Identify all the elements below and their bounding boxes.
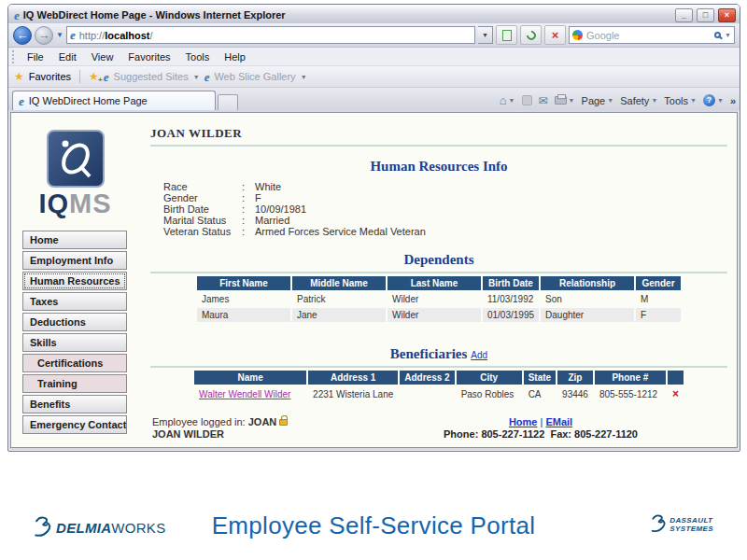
search-box[interactable]: ▼ xyxy=(569,26,735,44)
safety-menu-button[interactable]: Safety▼ xyxy=(620,95,657,106)
sidebar-item-emergency-contacts[interactable]: Emergency Contacts xyxy=(22,415,127,434)
cell: Wilder xyxy=(388,308,481,322)
beneficiary-name-link[interactable]: Walter Wendell Wilder xyxy=(199,389,290,399)
sidebar-item-home[interactable]: Home xyxy=(22,231,127,249)
cell: 01/03/1995 xyxy=(483,308,539,322)
close-button[interactable]: × xyxy=(718,8,736,22)
sidebar: IQMS Home Employment Info Human Resource… xyxy=(11,113,139,447)
search-icon[interactable] xyxy=(714,32,721,38)
beneficiaries-title: Beneficiaries xyxy=(390,346,467,361)
favorites-button[interactable]: Favorites xyxy=(29,71,71,82)
logged-in-label: Employee logged in: xyxy=(152,416,246,427)
sidebar-nav: Home Employment Info Human Resources Tax… xyxy=(22,231,127,434)
tab-iq-webdirect[interactable]: e IQ WebDirect Home Page xyxy=(12,91,216,110)
cell: M xyxy=(636,292,681,306)
title-bar: e IQ WebDirect Home Page - Windows Inter… xyxy=(8,5,740,23)
stop-button[interactable]: × xyxy=(544,25,566,45)
home-caret-icon: ▼ xyxy=(509,97,515,104)
refresh-button[interactable] xyxy=(520,25,542,45)
colon: : xyxy=(242,192,255,203)
back-button[interactable]: ← xyxy=(13,26,32,45)
menu-favorites[interactable]: Favorites xyxy=(120,49,177,64)
table-row: Walter Wendell Wilder 2231 Wisteria Lane… xyxy=(194,386,684,401)
window-title: IQ WebDirect Home Page - Windows Interne… xyxy=(23,9,671,21)
dassault-line1: DASSAULT xyxy=(669,516,712,525)
forward-button[interactable]: → xyxy=(35,26,53,45)
sidebar-item-employment-info[interactable]: Employment Info xyxy=(22,251,127,270)
col-gender: Gender xyxy=(636,276,681,290)
compatibility-view-button[interactable] xyxy=(496,25,517,45)
home-button[interactable]: ⌂▼ xyxy=(500,94,515,106)
page-menu-button[interactable]: Page▼ xyxy=(582,95,614,106)
sidebar-item-benefits[interactable]: Benefits xyxy=(22,395,127,413)
phone-label: Phone: xyxy=(444,428,478,440)
url-dropdown-button[interactable]: ▼ xyxy=(478,26,493,44)
field-gender: Gender:F xyxy=(163,192,727,203)
minimize-button[interactable]: _ xyxy=(675,8,693,22)
menu-help[interactable]: Help xyxy=(217,49,253,64)
history-dropdown-icon[interactable]: ▼ xyxy=(56,31,63,39)
favorites-star-icon[interactable]: ★ xyxy=(14,71,24,82)
url-prefix: http:// xyxy=(79,30,106,41)
delete-beneficiary-icon[interactable]: × xyxy=(672,387,679,400)
menu-bar: File Edit View Favorites Tools Help xyxy=(8,48,740,66)
home-icon: ⌂ xyxy=(500,94,507,106)
hr-fields: Race:White Gender:F Birth Date:10/09/198… xyxy=(163,181,727,237)
address-bar: ← → ▼ e http://localhost/ ▼ × ▼ xyxy=(8,23,740,48)
tools-caret-icon: ▼ xyxy=(690,97,697,104)
menu-view[interactable]: View xyxy=(84,49,121,64)
toolbar-overflow-icon[interactable]: » xyxy=(730,95,736,106)
main-content: JOAN WILDER Human Resources Info Race:Wh… xyxy=(139,113,737,447)
stop-icon: × xyxy=(552,29,559,41)
search-dropdown-icon[interactable]: ▼ xyxy=(725,32,731,38)
field-value: 10/09/1981 xyxy=(255,203,306,215)
url-input[interactable]: e http://localhost/ xyxy=(66,26,475,44)
suggested-sites-caret-icon[interactable]: ▼ xyxy=(193,74,200,80)
col-last-name: Last Name xyxy=(388,276,481,290)
tools-menu-button[interactable]: Tools▼ xyxy=(664,95,697,106)
col-address2: Address 2 xyxy=(400,371,454,385)
sidebar-item-skills[interactable]: Skills xyxy=(22,333,127,352)
help-button[interactable]: ?▼ xyxy=(703,94,724,106)
suggested-sites-button[interactable]: Suggested Sites xyxy=(114,71,189,82)
iqms-ms: MS xyxy=(69,189,112,218)
field-label: Gender xyxy=(163,192,242,203)
page-content: IQMS Home Employment Info Human Resource… xyxy=(10,112,738,448)
email-link[interactable]: EMail xyxy=(545,416,572,427)
web-slice-caret-icon[interactable]: ▼ xyxy=(301,74,307,80)
3ds-swoosh-icon xyxy=(649,513,667,535)
page-caret-icon: ▼ xyxy=(607,97,613,104)
sidebar-item-certifications[interactable]: Certifications xyxy=(22,354,127,372)
sidebar-item-training[interactable]: Training xyxy=(22,374,127,393)
menu-edit[interactable]: Edit xyxy=(51,49,84,64)
colon: : xyxy=(242,215,255,226)
menu-tools[interactable]: Tools xyxy=(178,49,218,64)
web-slice-gallery-button[interactable]: Web Slice Gallery xyxy=(214,71,295,82)
home-link[interactable]: Home xyxy=(509,416,538,427)
dependents-table: First Name Middle Name Last Name Birth D… xyxy=(195,274,683,324)
rss-feeds-icon[interactable] xyxy=(522,95,532,105)
phone-number: 805-227-1122 xyxy=(481,428,544,440)
sidebar-item-deductions[interactable]: Deductions xyxy=(22,313,127,331)
menu-file[interactable]: File xyxy=(20,49,51,64)
command-bar: ⌂▼ ✉ ▼ Page▼ Safety▼ Tools▼ ?▼ » xyxy=(500,94,736,110)
add-beneficiary-link[interactable]: Add xyxy=(471,350,487,360)
employee-name-heading: JOAN WILDER xyxy=(150,126,727,141)
sidebar-item-human-resources[interactable]: Human Resources xyxy=(22,272,127,290)
search-input[interactable] xyxy=(586,30,711,41)
new-tab-button[interactable] xyxy=(218,94,238,110)
iqms-wordmark: IQMS xyxy=(11,189,139,219)
beneficiaries-header-row: Name Address 1 Address 2 City State Zip … xyxy=(194,371,684,385)
maximize-button[interactable]: □ xyxy=(697,8,714,22)
dependents-header-row: First Name Middle Name Last Name Birth D… xyxy=(197,276,681,290)
page-footer: Employee logged in: JOAN JOAN WILDER Hom… xyxy=(152,416,727,441)
print-button[interactable]: ▼ xyxy=(555,96,575,105)
sidebar-item-taxes[interactable]: Taxes xyxy=(22,292,127,311)
web-slice-icon: e xyxy=(204,71,210,83)
cell: F xyxy=(636,308,681,322)
logged-in-user: JOAN xyxy=(248,416,277,427)
read-mail-icon[interactable]: ✉ xyxy=(539,95,548,106)
branding-footer: DELMIAWORKS Employee Self-Service Portal… xyxy=(0,504,747,555)
col-relationship: Relationship xyxy=(541,276,634,290)
field-value: White xyxy=(255,181,281,192)
